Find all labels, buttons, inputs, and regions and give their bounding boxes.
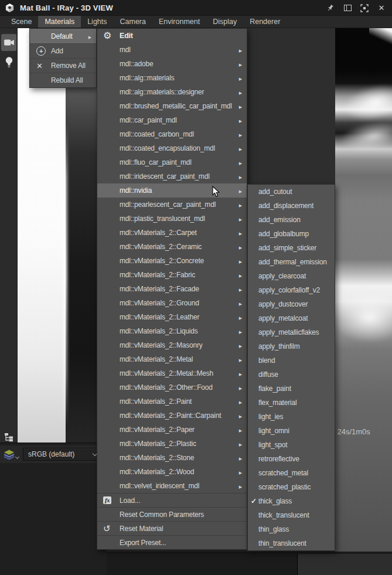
menu-item-mdl-vmaterials-2-ceramic[interactable]: mdl::vMaterials_2::Ceramic (97, 240, 247, 254)
check-icon (251, 497, 258, 505)
menubar-item-display[interactable]: Display (206, 16, 243, 28)
menu-item-mdl-brushed-metallic-car-paint-mdl[interactable]: mdl::brushed_metallic_car_paint_mdl (97, 99, 247, 113)
menu-item-mdl-vmaterials-2-paint-carpaint[interactable]: mdl::vMaterials_2::Paint::Carpaint (97, 409, 247, 423)
menu-item-retroreflective[interactable]: retroreflective (248, 452, 335, 466)
menu-item-mdl-velvet-iridescent-mdl[interactable]: mdl::velvet_iridescent_mdl (97, 479, 247, 493)
menu-item-add-thermal-emission[interactable]: add_thermal_emission (248, 255, 335, 269)
colorspace-row: sRGB (default) (0, 445, 107, 463)
menu-item-mdl-iridescent-car-paint-mdl[interactable]: mdl::iridescent_car_paint_mdl (97, 169, 247, 183)
menu-item-blend[interactable]: blend (248, 353, 335, 368)
scene-tree-button[interactable] (2, 431, 15, 444)
menu-item-light-ies[interactable]: light_ies (248, 410, 335, 424)
menu-item-mdl-coated-encapsulation-mdl[interactable]: mdl::coated_encapsulation_mdl (97, 141, 247, 155)
menu-item-mdl-vmaterials-2-concrete[interactable]: mdl::vMaterials_2::Concrete (97, 254, 247, 268)
menubar-item-environment[interactable]: Environment (152, 16, 206, 28)
submenu-arrow-icon (236, 482, 242, 490)
menu-item-add-simple-sticker[interactable]: add_simple_sticker (248, 241, 335, 255)
menu-item-thin-glass[interactable]: thin_glass (248, 522, 335, 536)
menu-item-mdl-nvidia[interactable]: mdl::nvidia (97, 183, 247, 198)
menu-item-load[interactable]: Load... (97, 493, 247, 507)
submenu-arrow-icon (236, 200, 242, 209)
menu-item-apply-metallicflakes[interactable]: apply_metallicflakes (248, 325, 335, 339)
menu-item-apply-colorfalloff-v2[interactable]: apply_colorfalloff_v2 (248, 283, 335, 297)
menu-item-mdl-vmaterials-2-wood[interactable]: mdl::vMaterials_2::Wood (97, 465, 247, 479)
menu-item-mdl-vmaterials-2-plastic[interactable]: mdl::vMaterials_2::Plastic (97, 437, 247, 451)
menu-item-scratched-plastic[interactable]: scratched_plastic (248, 480, 335, 494)
submenu-arrow-icon (236, 369, 242, 377)
menu-item-mdl-vmaterials-2-masonry[interactable]: mdl::vMaterials_2::Masonry (97, 338, 247, 352)
menu-item-light-omni[interactable]: light_omni (248, 424, 335, 438)
menubar-item-materials[interactable]: Materials (38, 16, 81, 28)
submenu-arrow-icon (236, 74, 242, 82)
menu-item-mdl-coated-carbon-mdl[interactable]: mdl::coated_carbon_mdl (97, 127, 247, 141)
menu-item-mdl-fluo-car-paint-mdl[interactable]: mdl::fluo_car_paint_mdl (97, 155, 247, 169)
menu-item-apply-clearcoat[interactable]: apply_clearcoat (248, 269, 335, 283)
menu-item-mdl-vmaterials-2-liquids[interactable]: mdl::vMaterials_2::Liquids (97, 324, 247, 338)
close-glyph: ✕ (379, 4, 385, 12)
menu-item-mdl-vmaterials-2-paint[interactable]: mdl::vMaterials_2::Paint (97, 394, 247, 409)
colorspace-layers-button[interactable] (3, 449, 19, 460)
submenu-arrow-icon (236, 468, 242, 476)
camera-tool-button[interactable] (1, 34, 16, 51)
menu-item-add-globalbump[interactable]: add_globalbump (248, 227, 335, 241)
menu-item-apply-metalcoat[interactable]: apply_metalcoat (248, 311, 335, 325)
menubar-item-camera[interactable]: Camera (114, 16, 152, 28)
menubar-item-lights[interactable]: Lights (81, 16, 113, 28)
layers-icon (3, 449, 15, 460)
menu-item-light-spot[interactable]: light_spot (248, 438, 335, 452)
menu-item-add-displacement[interactable]: add_displacement (248, 199, 335, 213)
pin-icon[interactable] (326, 4, 335, 13)
close-icon[interactable]: ✕ (377, 4, 386, 13)
menu-item-flake-paint[interactable]: flake_paint (248, 382, 335, 396)
submenu-arrow-icon (236, 46, 242, 54)
light-tool-button[interactable] (2, 55, 15, 70)
menu-item-mdl-vmaterials-2-leather[interactable]: mdl::vMaterials_2::Leather (97, 310, 247, 324)
expand-icon[interactable] (360, 4, 369, 13)
menu-item-add-cutout[interactable]: add_cutout (248, 185, 335, 199)
menu-item-mdl-vmaterials-2-facade[interactable]: mdl::vMaterials_2::Facade (97, 282, 247, 296)
menu-item-add[interactable]: Add (30, 43, 96, 58)
menu-item-mdl-vmaterials-2-stone[interactable]: mdl::vMaterials_2::Stone (97, 451, 247, 465)
menu-item-apply-dustcover[interactable]: apply_dustcover (248, 297, 335, 311)
colorspace-dropdown[interactable]: sRGB (default) (23, 448, 103, 461)
menu-item-rebuild-all[interactable]: Rebuild All (30, 73, 96, 87)
menu-item-mdl-pearlescent-car-paint-mdl[interactable]: mdl::pearlescent_car_paint_mdl (97, 198, 247, 212)
menu-item-apply-thinfilm[interactable]: apply_thinfilm (248, 339, 335, 353)
menu-item-mdl[interactable]: mdl (97, 43, 247, 57)
menu-item-mdl-vmaterials-2-metal[interactable]: mdl::vMaterials_2::Metal (97, 352, 247, 366)
menu-item-mdl-vmaterials-2-other-food[interactable]: mdl::vMaterials_2::Other::Food (97, 380, 247, 394)
menu-item-add-emission[interactable]: add_emission (248, 213, 335, 227)
submenu-arrow-icon (236, 215, 242, 223)
menu-item-mdl-vmaterials-2-metal-mesh[interactable]: mdl::vMaterials_2::Metal::Mesh (97, 366, 247, 380)
left-toolbar (0, 28, 18, 443)
menu-item-diffuse[interactable]: diffuse (248, 368, 335, 382)
menu-item-mdl-alg-materials-designer[interactable]: mdl::alg::materials::designer (97, 85, 247, 99)
menu-item-thick-glass[interactable]: thick_glass (248, 494, 335, 508)
menu-item-scratched-metal[interactable]: scratched_metal (248, 466, 335, 480)
menu-item-mdl-adobe[interactable]: mdl::adobe (97, 57, 247, 71)
submenu-arrow-icon (236, 130, 242, 138)
menubar-item-scene[interactable]: Scene (5, 16, 38, 28)
menu-item-reset-material[interactable]: Reset Material (97, 521, 247, 535)
menu-bar: Scene Materials Lights Camera Environmen… (0, 16, 392, 28)
menu-item-mdl-vmaterials-2-ground[interactable]: mdl::vMaterials_2::Ground (97, 296, 247, 310)
menu-item-export-preset[interactable]: Export Preset... (97, 535, 247, 549)
panel-layout-icon[interactable] (343, 4, 352, 13)
menubar-item-renderer[interactable]: Renderer (243, 16, 287, 28)
menu-item-mdl-alg-materials[interactable]: mdl::alg::materials (97, 71, 247, 85)
menu-item-mdl-vmaterials-2-fabric[interactable]: mdl::vMaterials_2::Fabric (97, 268, 247, 282)
menu-item-mdl-car-paint-mdl[interactable]: mdl::car_paint_mdl (97, 113, 247, 127)
menu-item-mdl-plastic-translucent-mdl[interactable]: mdl::plastic_translucent_mdl (97, 212, 247, 226)
bottom-left-panel: sRGB (default) (0, 443, 107, 575)
menu-item-mdl-vmaterials-2-carpet[interactable]: mdl::vMaterials_2::Carpet (97, 226, 247, 240)
menu-item-mdl-vmaterials-2-paper[interactable]: mdl::vMaterials_2::Paper (97, 423, 247, 437)
menu-item-thick-translucent[interactable]: thick_translucent (248, 508, 335, 522)
menu-item-edit[interactable]: Edit (97, 29, 247, 43)
submenu-arrow-icon (236, 411, 242, 420)
menu-item-remove-all[interactable]: Remove All (30, 58, 96, 73)
menu-item-reset-common-parameters[interactable]: Reset Common Parameters (97, 507, 247, 521)
menu-item-flex-material[interactable]: flex_material (248, 396, 335, 410)
menu-item-thin-translucent[interactable]: thin_translucent (248, 536, 335, 550)
submenu-arrow-icon (236, 313, 242, 321)
menu-item-default[interactable]: Default (30, 29, 96, 43)
